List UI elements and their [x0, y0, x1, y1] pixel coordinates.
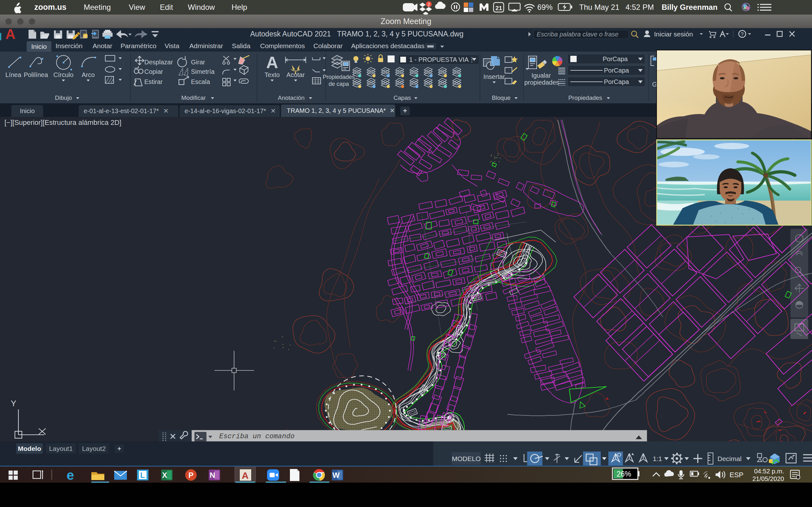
svg-text:A: A — [266, 53, 278, 72]
svg-text:Dibujo: Dibujo — [55, 95, 72, 101]
svg-text:Escala: Escala — [191, 78, 210, 85]
svg-text:1:1: 1:1 — [653, 455, 662, 462]
svg-text:MODELO: MODELO — [452, 455, 480, 462]
svg-text:Edit: Edit — [160, 3, 173, 11]
svg-text:de capa: de capa — [328, 81, 349, 87]
svg-text:e: e — [67, 468, 74, 483]
svg-text:N: N — [210, 471, 215, 480]
svg-text:Girar: Girar — [191, 59, 205, 66]
svg-text:Iniciar sesión: Iniciar sesión — [654, 31, 693, 38]
svg-text:21: 21 — [496, 5, 502, 11]
svg-text:ESP: ESP — [729, 471, 744, 479]
svg-text:View: View — [129, 3, 145, 11]
svg-text:Anotación: Anotación — [278, 95, 305, 101]
svg-text:Help: Help — [232, 3, 247, 11]
svg-text:Capas: Capas — [394, 95, 411, 101]
svg-text:X: X — [162, 471, 167, 480]
svg-text:Billy Greenman: Billy Greenman — [662, 3, 717, 11]
svg-text:26%: 26% — [617, 470, 631, 478]
svg-text:Window: Window — [188, 3, 215, 11]
svg-text:A: A — [5, 28, 15, 40]
svg-text:Simetría: Simetría — [191, 68, 215, 75]
svg-text:Thu May 21: Thu May 21 — [579, 3, 619, 11]
svg-text:Acotar: Acotar — [287, 71, 305, 78]
svg-text:PorCapa: PorCapa — [604, 67, 629, 74]
svg-text:21/05/2020: 21/05/2020 — [752, 475, 784, 482]
svg-text:propiedades: propiedades — [524, 79, 559, 86]
svg-text:Meeting: Meeting — [84, 3, 111, 11]
svg-text:L: L — [140, 471, 145, 480]
svg-text:Copiar: Copiar — [144, 68, 163, 75]
svg-text:Insertar: Insertar — [484, 73, 505, 80]
svg-text:Desplazar: Desplazar — [144, 59, 173, 66]
svg-text:[−][Superior][Estructura alámb: [−][Superior][Estructura alámbrica 2D] — [4, 118, 121, 126]
svg-text:P: P — [189, 471, 194, 480]
svg-text:?: ? — [741, 32, 744, 38]
svg-text:PorCapa: PorCapa — [603, 55, 628, 62]
svg-text:Polilínea: Polilínea — [24, 71, 49, 78]
svg-text:Estirar: Estirar — [144, 78, 163, 85]
svg-text:04:52 p.m.: 04:52 p.m. — [754, 468, 784, 475]
svg-text:Círculo: Círculo — [53, 71, 73, 78]
svg-text:PorCapa: PorCapa — [604, 78, 629, 85]
svg-text:Propiedades: Propiedades — [568, 95, 602, 101]
svg-text:zoom.us: zoom.us — [34, 3, 66, 11]
svg-text:Y: Y — [11, 399, 16, 408]
svg-text:Autodesk AutoCAD 2021 TRAMO: Autodesk AutoCAD 2021 TRAMO 1, 2, 3, 4 y… — [250, 30, 463, 38]
svg-text:Arco: Arco — [82, 71, 95, 78]
svg-text:Igualar: Igualar — [531, 72, 551, 79]
svg-text:Bloque: Bloque — [492, 95, 510, 101]
svg-text:Escriba palabra clave o frase: Escriba palabra clave o frase — [537, 31, 618, 38]
svg-text:Decimal: Decimal — [717, 455, 742, 462]
svg-text:2: 2 — [427, 2, 430, 7]
svg-text:Texto: Texto — [264, 71, 280, 78]
svg-text:A: A — [242, 470, 249, 481]
svg-text:Línea: Línea — [5, 71, 21, 78]
svg-text:1 - PROPUESTA VIA⋮: 1 - PROPUESTA VIA⋮ — [409, 56, 475, 63]
svg-text:Propiedades: Propiedades — [322, 74, 355, 80]
svg-text:W: W — [333, 471, 340, 480]
svg-text:4:52 PM: 4:52 PM — [625, 3, 654, 11]
svg-text:69%: 69% — [537, 3, 553, 11]
svg-text:Modificar: Modificar — [181, 95, 206, 101]
